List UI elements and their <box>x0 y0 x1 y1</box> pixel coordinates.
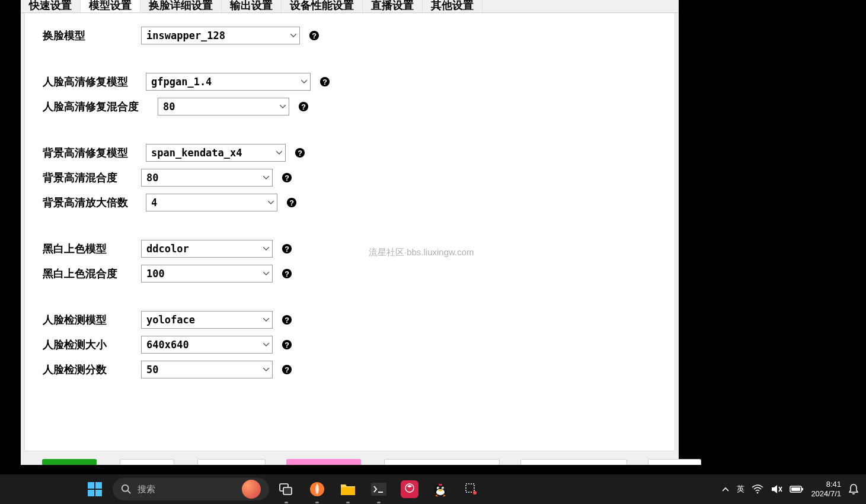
tab-face-swap-detail-settings[interactable]: 换脸详细设置 <box>140 0 222 12</box>
app-window: 快速设置 模型设置 换脸详细设置 输出设置 设备性能设置 直播设置 其他设置 换… <box>21 0 679 465</box>
chevron-down-icon <box>298 80 310 84</box>
svg-rect-25 <box>95 490 102 496</box>
tab-other-settings[interactable]: 其他设置 <box>423 0 482 12</box>
settings-panel: 换脸模型 inswapper_128 ? 人脸高清修复模型 gfpgan_1.4… <box>24 13 675 451</box>
svg-text:?: ? <box>322 78 327 86</box>
combo-face-detect-score[interactable]: 50 <box>141 361 273 378</box>
tabs-bar: 快速设置 模型设置 换脸详细设置 输出设置 设备性能设置 直播设置 其他设置 <box>21 0 679 13</box>
svg-rect-32 <box>371 483 386 496</box>
chevron-down-icon <box>260 272 272 275</box>
help-icon[interactable]: ? <box>281 243 293 255</box>
label-face-swap-model: 换脸模型 <box>43 28 141 43</box>
chevron-down-icon <box>260 318 272 322</box>
taskbar-app-browser[interactable] <box>303 477 331 501</box>
help-icon[interactable]: ? <box>281 364 293 375</box>
svg-point-41 <box>443 488 444 489</box>
svg-point-40 <box>438 488 439 489</box>
action-button-5[interactable] <box>384 459 500 465</box>
chevron-down-icon <box>260 176 272 179</box>
svg-rect-29 <box>283 487 292 495</box>
svg-text:?: ? <box>285 366 289 374</box>
tray-wifi-icon[interactable] <box>752 484 763 494</box>
search-icon <box>121 484 132 495</box>
label-face-detect-size: 人脸检测大小 <box>43 338 141 352</box>
chevron-down-icon <box>265 201 277 204</box>
combo-colorize-model[interactable]: ddcolor <box>141 240 273 258</box>
taskbar-app-snipping[interactable] <box>458 477 485 501</box>
help-icon[interactable]: ? <box>308 30 320 41</box>
taskbar-app-terminal[interactable] <box>365 477 392 501</box>
tray-ime[interactable]: 英 <box>737 484 744 495</box>
label-colorize-model: 黑白上色模型 <box>43 242 141 256</box>
help-icon[interactable]: ? <box>286 197 298 208</box>
svg-rect-43 <box>439 484 442 486</box>
watermark: 流星社区·bbs.liuxingw.com <box>369 247 474 258</box>
svg-rect-51 <box>802 488 803 490</box>
action-button-6[interactable] <box>520 459 627 465</box>
action-button-2[interactable] <box>120 459 174 465</box>
action-button-4[interactable] <box>286 459 361 465</box>
combo-face-detect-size[interactable]: 640x640 <box>141 336 273 354</box>
svg-rect-34 <box>401 480 418 498</box>
help-icon[interactable]: ? <box>281 314 293 326</box>
taskbar-app-task-view[interactable] <box>273 477 300 501</box>
taskbar: 搜索 英 <box>0 474 866 504</box>
combo-bg-upscale[interactable]: 4 <box>146 194 277 211</box>
search-box[interactable]: 搜索 <box>113 478 269 500</box>
action-button-3[interactable] <box>197 459 266 465</box>
svg-rect-22 <box>88 482 94 489</box>
svg-text:?: ? <box>285 341 289 349</box>
tray-clock[interactable]: 8:41 2024/7/1 <box>811 480 841 498</box>
taskbar-app-rose[interactable] <box>396 477 423 501</box>
label-face-detect-score: 人脸检测分数 <box>43 362 141 377</box>
taskbar-app-explorer[interactable] <box>334 477 362 501</box>
tab-quick-settings[interactable]: 快速设置 <box>21 0 81 12</box>
combo-face-detect-model[interactable]: yoloface <box>141 311 273 329</box>
combo-bg-restore-model[interactable]: span_kendata_x4 <box>146 144 286 162</box>
svg-line-27 <box>128 491 131 494</box>
tab-device-performance-settings[interactable]: 设备性能设置 <box>282 0 363 12</box>
help-icon[interactable]: ? <box>298 101 309 113</box>
combo-colorize-blend[interactable]: 100 <box>141 265 273 283</box>
svg-rect-24 <box>88 490 94 496</box>
combo-face-swap-model[interactable]: inswapper_128 <box>141 27 300 44</box>
help-icon[interactable]: ? <box>294 147 306 159</box>
combo-face-restore-model[interactable]: gfpgan_1.4 <box>146 73 311 91</box>
svg-rect-50 <box>791 487 800 491</box>
svg-point-42 <box>439 490 442 492</box>
tray-battery-icon[interactable] <box>790 485 804 493</box>
chevron-down-icon <box>260 368 272 371</box>
svg-point-45 <box>473 491 477 495</box>
tab-live-settings[interactable]: 直播设置 <box>363 0 423 12</box>
svg-text:?: ? <box>285 316 289 325</box>
help-icon[interactable]: ? <box>281 172 293 184</box>
label-face-restore-blend: 人脸高清修复混合度 <box>43 99 158 114</box>
help-icon[interactable]: ? <box>281 339 293 351</box>
tab-model-settings[interactable]: 模型设置 <box>81 0 140 12</box>
svg-text:?: ? <box>285 245 289 253</box>
label-bg-upscale: 背景高清放大倍数 <box>43 195 146 210</box>
combo-face-restore-blend[interactable]: 80 <box>158 98 289 115</box>
tray-chevron-up-icon[interactable] <box>721 486 730 492</box>
chevron-down-icon <box>273 151 285 155</box>
svg-point-46 <box>757 492 759 494</box>
svg-text:?: ? <box>285 270 289 278</box>
chevron-down-icon <box>287 34 299 37</box>
tab-output-settings[interactable]: 输出设置 <box>222 0 282 12</box>
action-button-1[interactable] <box>42 459 97 465</box>
taskbar-app-qq[interactable] <box>427 477 454 501</box>
start-button[interactable] <box>83 477 107 501</box>
tray-notifications-icon[interactable] <box>848 483 859 495</box>
search-highlight-icon <box>242 480 261 499</box>
help-icon[interactable]: ? <box>319 76 331 88</box>
label-bg-restore-model: 背景高清修复模型 <box>43 146 146 160</box>
svg-rect-23 <box>95 482 102 489</box>
tray-volume-icon[interactable] <box>771 484 782 495</box>
action-button-7[interactable] <box>648 459 701 465</box>
svg-text:?: ? <box>301 103 306 111</box>
combo-bg-restore-blend[interactable]: 80 <box>141 169 273 187</box>
help-icon[interactable]: ? <box>281 268 293 280</box>
svg-text:?: ? <box>289 199 294 207</box>
svg-text:?: ? <box>298 149 302 158</box>
label-bg-restore-blend: 背景高清混合度 <box>43 171 141 185</box>
